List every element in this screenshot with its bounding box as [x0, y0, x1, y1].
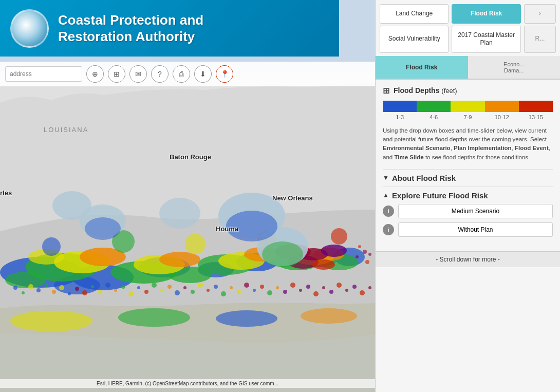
svg-point-34: [331, 228, 347, 245]
svg-point-64: [237, 290, 241, 294]
svg-point-54: [160, 289, 163, 292]
svg-point-39: [45, 284, 48, 287]
legend-label-5: 13-15: [519, 114, 553, 120]
panel-content: ⊞ Flood Depths (feet) 1-3 4-6 7-9 10-12 …: [376, 80, 560, 247]
legend-bar: [383, 101, 553, 112]
svg-point-44: [82, 290, 87, 295]
legend-label-3: 7-9: [451, 114, 484, 120]
legend-labels: 1-3 4-6 7-9 10-12 13-15: [383, 114, 553, 120]
svg-point-61: [214, 285, 218, 289]
svg-point-56: [175, 290, 180, 295]
print-button[interactable]: ⎙: [173, 65, 190, 83]
legend-seg-2: [417, 101, 451, 112]
nav-next-btn-1[interactable]: ›: [524, 4, 556, 24]
svg-point-79: [352, 285, 357, 289]
about-arrow: ▼: [383, 174, 389, 181]
svg-point-92: [216, 310, 277, 327]
nav-row-1: Land Change Flood Risk ›: [376, 0, 560, 26]
mail-button[interactable]: ✉: [129, 65, 147, 83]
svg-point-90: [10, 311, 92, 331]
svg-point-71: [290, 283, 295, 288]
svg-point-97: [365, 260, 369, 264]
map-attribution: Esri, HERE, Garmin, (c) OpenStreetMap co…: [0, 379, 375, 388]
svg-point-77: [337, 283, 342, 288]
map-area[interactable]: LOUISIANA Baton Rouge New Orleans Houma …: [0, 0, 375, 392]
svg-point-55: [167, 285, 172, 289]
nav-next-btn-2[interactable]: R...: [524, 26, 556, 53]
explore-arrow: ▲: [383, 192, 389, 199]
svg-point-86: [159, 198, 200, 229]
svg-point-30: [42, 237, 61, 256]
scenario-info-btn[interactable]: i: [383, 206, 394, 217]
download-button[interactable]: ⬇: [194, 65, 212, 83]
svg-point-74: [313, 291, 319, 296]
layers-button[interactable]: ⊕: [86, 65, 104, 83]
address-input[interactable]: [5, 66, 82, 82]
svg-point-96: [356, 255, 359, 258]
svg-point-80: [360, 290, 365, 295]
svg-point-48: [114, 289, 117, 292]
svg-point-88: [262, 241, 303, 267]
svg-point-67: [260, 285, 264, 289]
plan-dropdown[interactable]: Without Plan: [398, 222, 553, 237]
svg-point-38: [36, 288, 41, 292]
legend-seg-3: [451, 101, 484, 112]
svg-point-58: [191, 290, 195, 294]
svg-point-50: [128, 291, 134, 296]
about-title: About Flood Risk: [392, 174, 456, 182]
scenario-dropdown[interactable]: Medium Scenario: [398, 204, 553, 218]
svg-point-87: [226, 211, 277, 241]
svg-point-52: [144, 290, 148, 294]
legend-title: Flood Depths: [394, 86, 439, 95]
land-change-btn[interactable]: Land Change: [380, 4, 449, 24]
svg-point-47: [105, 283, 110, 288]
economic-damage-tab[interactable]: Econo...Dama...: [468, 56, 561, 79]
social-vulnerability-btn[interactable]: Social Vulnerability: [380, 26, 449, 53]
svg-point-69: [276, 286, 279, 289]
svg-point-32: [185, 234, 206, 254]
svg-point-46: [98, 290, 102, 294]
control-row-scenario: i Medium Scenario: [383, 204, 553, 218]
scroll-hint: - Scroll down for more -: [376, 251, 560, 267]
svg-point-41: [59, 285, 64, 290]
plan-info-btn[interactable]: i: [383, 224, 394, 235]
divider-2: [383, 186, 553, 187]
cpra-logo: [10, 9, 49, 48]
svg-point-35: [13, 286, 17, 290]
svg-point-65: [244, 283, 249, 288]
right-panel: Land Change Flood Risk › Social Vulnerab…: [375, 0, 560, 392]
sub-nav: Flood Risk Econo...Dama...: [376, 56, 560, 80]
flood-risk-btn[interactable]: Flood Risk: [452, 4, 520, 24]
svg-point-72: [299, 289, 302, 292]
toolbar: ⊕ ⊞ ✉ ? ⎙ ⬇ 📍: [0, 62, 375, 86]
svg-point-37: [28, 284, 33, 289]
svg-point-98: [368, 253, 371, 256]
svg-point-85: [52, 191, 91, 220]
svg-point-59: [198, 283, 203, 288]
description-text: Using the drop down boxes and time-slide…: [383, 126, 553, 162]
legend-label-4: 10-12: [485, 114, 519, 120]
svg-point-78: [345, 289, 348, 292]
about-section-header[interactable]: ▼ About Flood Risk: [383, 174, 553, 182]
app-header: Coastal Protection andRestoration Author…: [0, 0, 339, 57]
legend-seg-4: [485, 101, 519, 112]
legend-label-2: 4-6: [417, 114, 451, 120]
grid-button[interactable]: ⊞: [108, 65, 125, 83]
app-title: Coastal Protection andRestoration Author…: [58, 12, 203, 45]
svg-point-29: [312, 259, 335, 270]
pin-button[interactable]: 📍: [216, 65, 233, 83]
svg-point-60: [207, 289, 210, 292]
svg-point-93: [301, 308, 357, 324]
legend-seg-1: [383, 101, 417, 112]
svg-point-91: [118, 308, 190, 327]
svg-point-66: [253, 289, 256, 292]
svg-point-68: [267, 290, 272, 295]
legend-label-1: 1-3: [383, 114, 417, 120]
explore-section-header[interactable]: ▲ Explore Future Flood Risk: [383, 191, 553, 200]
svg-point-43: [75, 287, 79, 291]
svg-point-49: [121, 285, 125, 289]
svg-point-89: [85, 217, 121, 240]
flood-risk-tab[interactable]: Flood Risk: [376, 56, 468, 79]
coastal-master-plan-btn[interactable]: 2017 Coastal Master Plan: [452, 26, 520, 53]
help-button[interactable]: ?: [151, 65, 169, 83]
